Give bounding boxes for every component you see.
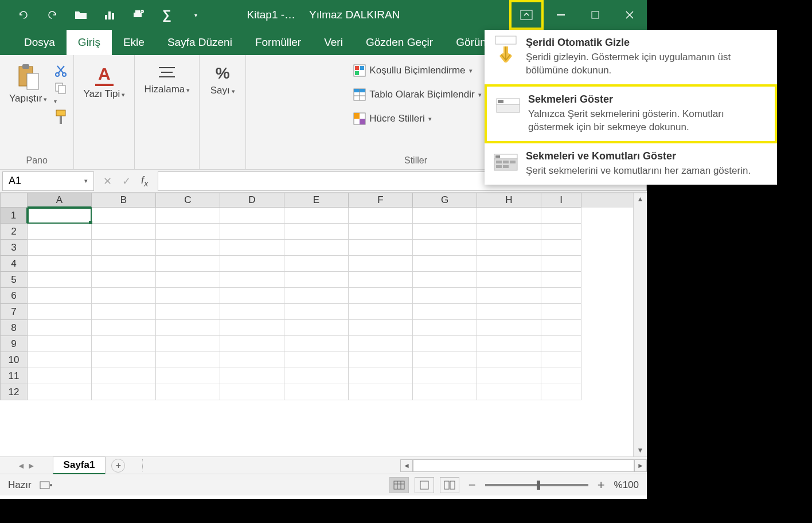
cancel-formula-icon[interactable]: ✕ bbox=[103, 175, 112, 188]
cell[interactable] bbox=[28, 256, 92, 272]
cell[interactable] bbox=[156, 272, 220, 288]
cell[interactable] bbox=[220, 336, 284, 352]
row-header[interactable]: 3 bbox=[0, 240, 28, 256]
scroll-left-icon[interactable]: ◄ bbox=[400, 459, 413, 472]
cell[interactable] bbox=[92, 224, 156, 240]
cell[interactable] bbox=[92, 208, 156, 224]
cell[interactable] bbox=[541, 320, 581, 336]
open-folder-icon[interactable] bbox=[75, 9, 87, 21]
insert-function-icon[interactable]: fx bbox=[141, 174, 149, 188]
cell[interactable] bbox=[220, 320, 284, 336]
cell[interactable] bbox=[541, 256, 581, 272]
maximize-button[interactable] bbox=[578, 0, 612, 30]
zoom-in-button[interactable]: + bbox=[594, 478, 608, 493]
row-header[interactable]: 5 bbox=[0, 272, 28, 288]
cell[interactable] bbox=[413, 304, 477, 320]
cell[interactable] bbox=[156, 352, 220, 368]
cell[interactable] bbox=[220, 384, 284, 400]
horizontal-scrollbar[interactable]: ◄ ► bbox=[400, 457, 647, 474]
cell[interactable] bbox=[413, 320, 477, 336]
macro-record-icon[interactable] bbox=[40, 480, 52, 490]
cell[interactable] bbox=[541, 224, 581, 240]
menu-show-tabs-commands[interactable]: Sekmeleri ve Komutları Göster Şerit sekm… bbox=[485, 143, 777, 185]
cell[interactable] bbox=[413, 240, 477, 256]
row-header[interactable]: 11 bbox=[0, 368, 28, 384]
cell[interactable] bbox=[477, 272, 541, 288]
add-sheet-button[interactable]: + bbox=[111, 459, 125, 473]
cell[interactable] bbox=[477, 288, 541, 304]
cell[interactable] bbox=[156, 384, 220, 400]
cell[interactable] bbox=[413, 224, 477, 240]
row-header[interactable]: 2 bbox=[0, 224, 28, 240]
enter-formula-icon[interactable]: ✓ bbox=[122, 175, 131, 188]
cell[interactable] bbox=[541, 368, 581, 384]
cell[interactable] bbox=[284, 288, 349, 304]
cell[interactable] bbox=[284, 352, 349, 368]
cell[interactable] bbox=[156, 224, 220, 240]
col-header-E[interactable]: E bbox=[284, 193, 349, 208]
cell[interactable] bbox=[28, 320, 92, 336]
cell[interactable] bbox=[413, 384, 477, 400]
cell[interactable] bbox=[156, 320, 220, 336]
cell[interactable] bbox=[477, 384, 541, 400]
format-painter-icon[interactable] bbox=[54, 109, 68, 125]
name-box[interactable]: A1▾ bbox=[2, 171, 94, 191]
cell[interactable] bbox=[28, 208, 92, 224]
number-button[interactable]: % Sayı bbox=[205, 62, 240, 99]
zoom-level[interactable]: %100 bbox=[614, 479, 639, 491]
sum-icon[interactable]: ∑ bbox=[161, 9, 173, 21]
tab-giris[interactable]: Giriş bbox=[67, 30, 112, 55]
cell[interactable] bbox=[156, 208, 220, 224]
cell[interactable] bbox=[156, 368, 220, 384]
cell[interactable] bbox=[477, 224, 541, 240]
sheet-tab-sayfa1[interactable]: Sayfa1 bbox=[53, 456, 106, 474]
menu-show-tabs[interactable]: Sekmeleri Göster Yalnızca Şerit sekmeler… bbox=[485, 84, 777, 143]
cell[interactable] bbox=[413, 288, 477, 304]
row-header[interactable]: 7 bbox=[0, 304, 28, 320]
cell[interactable] bbox=[349, 256, 413, 272]
col-header-C[interactable]: C bbox=[156, 193, 220, 208]
cell[interactable] bbox=[156, 240, 220, 256]
cell[interactable] bbox=[349, 240, 413, 256]
cell[interactable] bbox=[28, 224, 92, 240]
cell[interactable] bbox=[92, 384, 156, 400]
cell[interactable] bbox=[92, 352, 156, 368]
zoom-slider[interactable] bbox=[485, 484, 588, 486]
cell[interactable] bbox=[477, 240, 541, 256]
row-header[interactable]: 8 bbox=[0, 320, 28, 336]
normal-view-button[interactable] bbox=[389, 477, 409, 493]
cell[interactable] bbox=[156, 336, 220, 352]
cell[interactable] bbox=[284, 304, 349, 320]
cell[interactable] bbox=[541, 336, 581, 352]
cell[interactable] bbox=[28, 304, 92, 320]
cell[interactable] bbox=[156, 288, 220, 304]
cell[interactable] bbox=[92, 240, 156, 256]
cell[interactable] bbox=[220, 272, 284, 288]
cell[interactable] bbox=[92, 256, 156, 272]
cell[interactable] bbox=[220, 288, 284, 304]
cell[interactable] bbox=[92, 272, 156, 288]
cell[interactable] bbox=[284, 224, 349, 240]
cell[interactable] bbox=[28, 384, 92, 400]
alignment-button[interactable]: Hizalama bbox=[140, 62, 193, 97]
conditional-formatting-button[interactable]: Koşullu Biçimlendirme bbox=[350, 62, 475, 79]
cell[interactable] bbox=[220, 352, 284, 368]
tab-sayfa-duzeni[interactable]: Sayfa Düzeni bbox=[156, 30, 244, 55]
quick-print-icon[interactable] bbox=[132, 9, 145, 21]
cell[interactable] bbox=[92, 368, 156, 384]
cell[interactable] bbox=[284, 336, 349, 352]
cell[interactable] bbox=[220, 256, 284, 272]
col-header-G[interactable]: G bbox=[413, 193, 477, 208]
cell[interactable] bbox=[477, 208, 541, 224]
ribbon-display-options-button[interactable] bbox=[509, 0, 544, 30]
cell[interactable] bbox=[156, 304, 220, 320]
cut-icon[interactable] bbox=[54, 64, 68, 78]
cell[interactable] bbox=[541, 304, 581, 320]
cell[interactable] bbox=[284, 272, 349, 288]
cell[interactable] bbox=[92, 288, 156, 304]
chart-icon[interactable] bbox=[103, 9, 116, 21]
cell[interactable] bbox=[349, 320, 413, 336]
menu-auto-hide-ribbon[interactable]: Şeridi Otomatik Gizle Şeridi gizleyin. G… bbox=[485, 30, 777, 84]
cell[interactable] bbox=[413, 208, 477, 224]
sheet-nav[interactable]: ◄ ► bbox=[6, 461, 47, 470]
